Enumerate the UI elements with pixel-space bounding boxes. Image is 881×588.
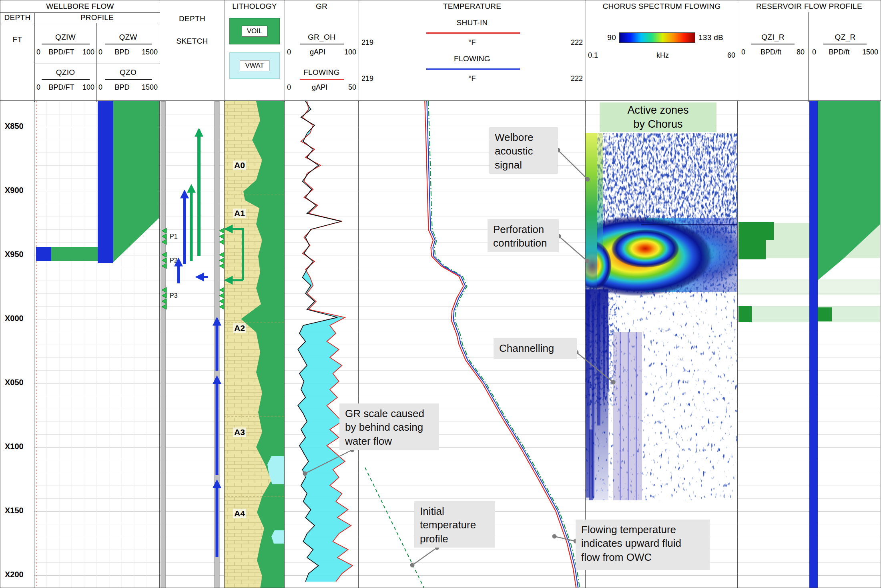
header-grid-line [359, 0, 359, 102]
depth-label: X900 [5, 186, 30, 195]
scale-max: 1500 [142, 48, 158, 56]
voil-swatch: VOIL [229, 18, 280, 44]
scale-max: 1500 [862, 48, 878, 56]
gr-flowing-scale: 0 gAPI 50 [287, 83, 356, 92]
header-grid-line [160, 0, 160, 102]
chorus-freq-scale: 0.1 kHz 60 [588, 51, 735, 60]
zone-label: A3 [233, 427, 246, 437]
temp-flowing-scale: 219 °F 222 [361, 74, 583, 83]
scale-unit: BPD/FT [48, 48, 74, 56]
scale-unit: °F [468, 38, 476, 47]
header-grid-line [738, 0, 738, 102]
header-grid-line [0, 23, 160, 23]
depth-label: X150 [5, 506, 30, 515]
scale-min: 0 [741, 48, 745, 56]
scale-max: 100 [82, 83, 94, 92]
chorus-colorbar [619, 32, 695, 43]
header-grid-line [586, 0, 586, 102]
chorus-title: CHORUS SPECTRUM FLOWING [586, 0, 738, 12]
gr-title: GR [285, 0, 359, 12]
depth-header: DEPTH [0, 12, 34, 23]
scale-min: 0 [287, 48, 291, 56]
chorus-db-min: 90 [596, 33, 616, 42]
qzw-curve-line [105, 44, 152, 44]
lithology-title: LITHOLOGY [225, 0, 285, 12]
gr-oh-name: GR_OH [285, 32, 359, 42]
qzio-curve-line [42, 79, 90, 80]
qzi-r-scale: 0 BPD/ft 80 [741, 48, 805, 56]
scale-min: 0.1 [588, 51, 598, 60]
gr-oh-curve-line [300, 44, 344, 44]
qzi-r-curve-line [751, 44, 795, 44]
scale-max: 60 [727, 51, 735, 60]
scale-max: 1500 [142, 83, 158, 92]
scale-max: 100 [344, 48, 356, 56]
scale-unit: kHz [656, 51, 669, 60]
callout-channelling: Channelling [494, 338, 577, 359]
qziw-scale: 0 BPD/FT 100 [36, 48, 94, 56]
scale-min: 0 [36, 48, 40, 56]
qzw-scale: 0 BPD 1500 [98, 48, 158, 56]
qzo-scale: 0 BPD 1500 [98, 83, 158, 92]
header-grid-line [285, 0, 285, 102]
ft-label: FT [0, 35, 34, 44]
qz-r-scale: 0 BPD/ft 1500 [812, 48, 878, 56]
gr-flowing-name: FLOWING [285, 68, 359, 77]
temp-flowing-curve-line [426, 68, 520, 70]
scale-unit: BPD [114, 83, 129, 92]
chorus-db-max: 133 dB [698, 33, 739, 42]
temperature-title: TEMPERATURE [359, 0, 586, 12]
scale-max: 100 [82, 48, 94, 56]
sketch-label: SKETCH [160, 36, 225, 46]
depth-label: X850 [5, 122, 30, 131]
qzo-curve-line [105, 79, 152, 80]
qzw-name: QZW [96, 32, 160, 42]
shutin-curve-line [426, 32, 520, 34]
scale-max: 222 [571, 74, 583, 83]
shutin-scale: 219 °F 222 [361, 38, 583, 47]
gr-oh-scale: 0 gAPI 100 [287, 48, 356, 56]
scale-unit: BPD/FT [48, 83, 74, 92]
scale-max: 222 [571, 38, 583, 47]
callout-flowing-temperature: Flowing temperature indicates upward flu… [576, 520, 710, 570]
header-grid-line [96, 23, 97, 102]
qzio-name: QZIO [34, 68, 96, 77]
depth-label: X100 [5, 442, 30, 451]
depth-label: X050 [5, 378, 30, 387]
zone-label: A0 [233, 161, 246, 170]
scale-max: 80 [797, 48, 805, 56]
scale-unit: BPD [114, 48, 129, 56]
scale-max: 50 [348, 83, 356, 92]
qz-r-name: QZ_R [810, 32, 881, 42]
depth-label: X000 [5, 314, 30, 323]
scale-min: 0 [98, 48, 102, 56]
log-header: WELLBORE FLOW LITHOLOGY GR TEMPERATURE C… [0, 0, 881, 101]
scale-unit: gAPI [312, 83, 327, 92]
zone-label: A2 [233, 323, 246, 333]
zone-label: A4 [233, 509, 246, 518]
callout-gr-behind-casing: GR scale caused by behind casing water f… [339, 403, 439, 450]
depth-label: X200 [5, 570, 30, 579]
scale-unit: gAPI [310, 48, 325, 56]
scale-min: 0 [36, 83, 40, 92]
active-zones-label: Active zones by Chorus [600, 102, 716, 132]
vwat-swatch: VWAT [229, 52, 280, 79]
voil-label: VOIL [242, 26, 268, 37]
qzi-r-name: QZI_R [739, 32, 807, 42]
wellbore-flow-title: WELLBORE FLOW [0, 0, 160, 12]
zone-label: A1 [233, 209, 246, 218]
qziw-curve-line [42, 44, 90, 44]
scale-unit: BPD/ft [829, 48, 849, 56]
qzio-scale: 0 BPD/FT 100 [36, 83, 94, 92]
vwat-label: VWAT [240, 60, 269, 71]
qz-r-curve-line [823, 44, 867, 44]
scale-min: 219 [361, 38, 373, 47]
callout-wellbore-acoustic-signal: Welbore acoustic signal [489, 127, 558, 174]
header-grid-line [34, 64, 160, 64]
scale-min: 0 [287, 83, 291, 92]
qziw-name: QZIW [34, 32, 96, 42]
scale-min: 0 [98, 83, 102, 92]
shutin-name: SHUT-IN [359, 18, 586, 28]
profile-header: PROFILE [34, 12, 160, 23]
qzo-name: QZO [96, 68, 160, 77]
